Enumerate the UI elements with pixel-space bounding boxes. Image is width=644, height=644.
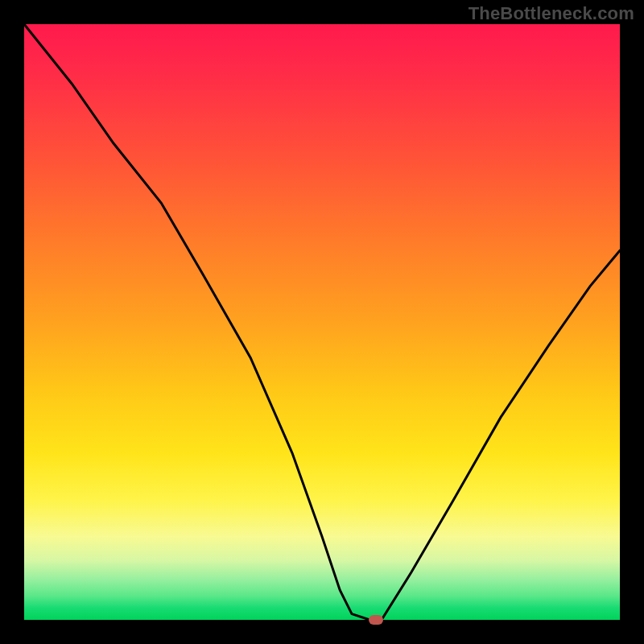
bottleneck-curve [24, 24, 620, 620]
plot-area [24, 24, 620, 620]
optimum-marker [369, 615, 383, 625]
watermark-text: TheBottleneck.com [469, 3, 634, 24]
bottleneck-curve-path [24, 24, 620, 620]
chart-frame: TheBottleneck.com [0, 0, 644, 644]
